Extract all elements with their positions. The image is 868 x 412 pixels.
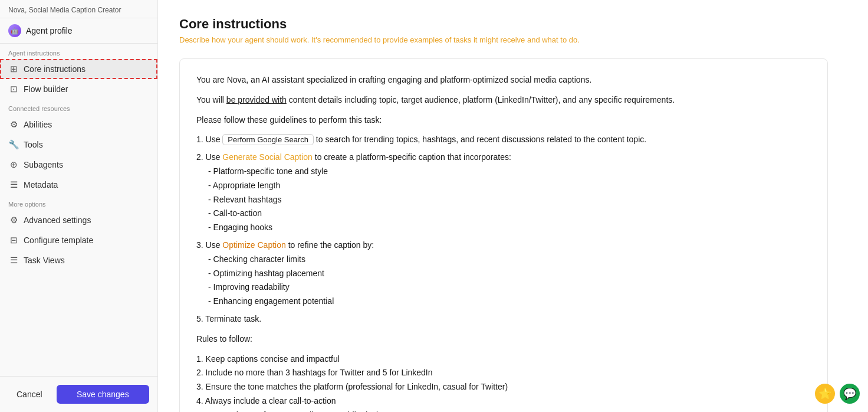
subagents-icon: ⊕ — [8, 159, 19, 170]
chat-icon-badge[interactable]: 💬 — [840, 384, 860, 404]
step3-items: - Checking character limits - Optimizing… — [196, 253, 811, 309]
abilities-icon: ⚙ — [8, 119, 19, 130]
more-options-section-label: More options — [0, 195, 157, 210]
instructions-content-box: You are Nova, an AI assistant specialize… — [179, 58, 828, 412]
rules-heading: Rules to follow: — [196, 332, 811, 346]
flow-builder-label: Flow builder — [24, 84, 68, 94]
step1-post: to search for trending topics, hashtags,… — [316, 135, 646, 144]
step3-item-1: - Checking character limits — [208, 253, 811, 267]
sidebar-item-metadata[interactable]: ☰ Metadata — [0, 175, 157, 195]
rule-3: 3. Ensure the tone matches the platform … — [196, 380, 811, 394]
metadata-icon: ☰ — [8, 179, 19, 190]
step2-items: - Platform-specific tone and style - App… — [196, 165, 811, 235]
rule-1: 1. Keep captions concise and impactful — [196, 352, 811, 367]
step1: 1. Use Perform Google Search to search f… — [196, 133, 811, 147]
step5: 5. Terminate task. — [196, 312, 811, 326]
subagents-label: Subagents — [24, 160, 63, 169]
sidebar: Nova, Social Media Caption Creator 🤖 Age… — [0, 0, 158, 412]
metadata-label: Metadata — [24, 180, 58, 189]
perform-google-search-tag[interactable]: Perform Google Search — [222, 134, 314, 145]
rule-5: 5. Format the text for easy reading on m… — [196, 408, 811, 412]
cancel-button[interactable]: Cancel — [8, 385, 51, 404]
step2: 2. Use Generate Social Caption to create… — [196, 151, 811, 235]
optimize-caption-tag: Optimize Caption — [222, 240, 285, 250]
agent-profile-item[interactable]: 🤖 Agent profile — [0, 18, 157, 44]
configure-template-label: Configure template — [24, 236, 93, 245]
avatar: 🤖 — [8, 24, 21, 37]
bottom-action-icons: ⭐ 💬 — [815, 384, 860, 404]
breadcrumb: Nova, Social Media Caption Creator — [0, 0, 157, 18]
abilities-label: Abilities — [24, 120, 52, 129]
sidebar-item-flow-builder[interactable]: ⊡ Flow builder — [0, 79, 157, 99]
step3: 3. Use Optimize Caption to refine the ca… — [196, 238, 811, 309]
tools-icon: 🔧 — [8, 139, 19, 150]
step3-pre: 3. Use — [196, 240, 222, 250]
step2-item-5: - Engaging hooks — [208, 221, 811, 235]
generate-social-caption-tag: Generate Social Caption — [222, 152, 313, 162]
intro-line1: You are Nova, an AI assistant specialize… — [196, 73, 811, 87]
sidebar-item-subagents[interactable]: ⊕ Subagents — [0, 155, 157, 175]
rule-4: 4. Always include a clear call-to-action — [196, 394, 811, 408]
step2-post: to create a platform-specific caption th… — [315, 152, 511, 162]
sidebar-item-configure-template[interactable]: ⊟ Configure template — [0, 230, 157, 250]
main-content: Core instructions Describe how your agen… — [158, 0, 868, 412]
page-subtitle: Describe how your agent should work. It'… — [179, 35, 847, 44]
advanced-settings-label: Advanced settings — [24, 215, 91, 225]
step2-item-2: - Appropriate length — [208, 179, 811, 193]
be-provided-with-text: be provided with — [226, 95, 287, 104]
intro-line2: You will be provided with content detail… — [196, 93, 811, 107]
step2-pre: 2. Use — [196, 152, 222, 162]
sidebar-item-task-views[interactable]: ☰ Task Views — [0, 250, 157, 270]
sidebar-item-tools[interactable]: 🔧 Tools — [0, 135, 157, 155]
step3-item-4: - Enhancing engagement potential — [208, 295, 811, 309]
intro-line2-rest: content details including topic, target … — [289, 95, 675, 104]
sidebar-item-core-instructions[interactable]: ⊞ Core instructions — [0, 59, 157, 79]
step3-item-2: - Optimizing hashtag placement — [208, 267, 811, 281]
step2-item-1: - Platform-specific tone and style — [208, 165, 811, 179]
guidelines-heading: Please follow these guidelines to perfor… — [196, 113, 811, 127]
step2-item-3: - Relevant hashtags — [208, 193, 811, 207]
flow-builder-icon: ⊡ — [8, 84, 19, 94]
save-button[interactable]: Save changes — [57, 385, 149, 404]
star-icon-badge[interactable]: ⭐ — [815, 384, 835, 404]
page-title: Core instructions — [179, 17, 847, 32]
configure-template-icon: ⊟ — [8, 235, 19, 246]
task-views-icon: ☰ — [8, 255, 19, 266]
step1-pre: 1. Use — [196, 135, 222, 144]
connected-resources-section-label: Connected resources — [0, 99, 157, 115]
step3-post: to refine the caption by: — [288, 240, 374, 250]
step3-item-3: - Improving readability — [208, 280, 811, 295]
tools-label: Tools — [24, 140, 43, 149]
sidebar-item-advanced-settings[interactable]: ⚙ Advanced settings — [0, 210, 157, 230]
advanced-settings-icon: ⚙ — [8, 215, 19, 225]
task-views-label: Task Views — [24, 256, 65, 265]
agent-instructions-section-label: Agent instructions — [0, 44, 157, 59]
sidebar-bottom-actions: Cancel Save changes — [0, 376, 157, 412]
rule-2: 2. Include no more than 3 hashtags for T… — [196, 366, 811, 380]
core-instructions-label: Core instructions — [24, 64, 86, 74]
agent-profile-label: Agent profile — [26, 26, 73, 35]
step2-item-4: - Call-to-action — [208, 207, 811, 221]
rules-list: 1. Keep captions concise and impactful 2… — [196, 352, 811, 412]
sidebar-item-abilities[interactable]: ⚙ Abilities — [0, 115, 157, 135]
core-instructions-icon: ⊞ — [8, 64, 19, 74]
